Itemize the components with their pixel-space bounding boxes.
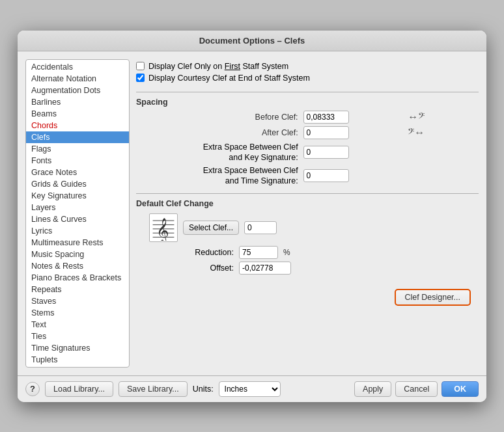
select-clef-input[interactable] xyxy=(244,221,277,234)
after-clef-input[interactable] xyxy=(303,126,349,139)
clef-change-section: Default Clef Change 𝄞 xyxy=(136,193,479,277)
select-clef-button[interactable]: Select Clef... xyxy=(183,221,239,235)
units-select[interactable]: Inches Centimeters Points EVPUs xyxy=(219,381,281,397)
sidebar: AccidentalsAlternate NotationAugmentatio… xyxy=(25,59,130,368)
sidebar-item-chords[interactable]: Chords xyxy=(26,120,129,131)
clef-change-row: 𝄞 Select Clef... xyxy=(136,213,479,242)
sidebar-item-layers[interactable]: Layers xyxy=(26,202,129,213)
extra-time-input[interactable] xyxy=(303,169,349,182)
pct-label: % xyxy=(283,248,290,257)
sidebar-item-grids-guides[interactable]: Grids & Guides xyxy=(26,178,129,190)
dialog-title: Document Options – Clefs xyxy=(199,36,305,46)
sidebar-item-notes-rests[interactable]: Notes & Rests xyxy=(26,260,129,272)
sidebar-item-key-signatures[interactable]: Key Signatures xyxy=(26,190,129,202)
sidebar-item-text[interactable]: Text xyxy=(26,319,129,331)
sidebar-item-music-spacing[interactable]: Music Spacing xyxy=(26,249,129,260)
display-courtesy-checkbox[interactable] xyxy=(136,74,145,82)
sidebar-item-lines-curves[interactable]: Lines & Curves xyxy=(26,213,129,225)
sidebar-item-multimeasure-rests[interactable]: Multimeasure Rests xyxy=(26,237,129,249)
units-label: Units: xyxy=(193,385,214,394)
sidebar-item-ties[interactable]: Ties xyxy=(26,331,129,342)
checkbox-row-first: Display Clef Only on First Staff System xyxy=(136,62,479,71)
svg-text:𝄞: 𝄞 xyxy=(156,217,169,240)
sidebar-item-alternate-notation[interactable]: Alternate Notation xyxy=(26,73,129,85)
main-area: AccidentalsAlternate NotationAugmentatio… xyxy=(18,51,486,375)
extra-key-label: Extra Space Between Clefand Key Signatur… xyxy=(149,142,298,163)
after-clef-icon: 𝄢↔ xyxy=(408,127,479,139)
display-first-checkbox[interactable] xyxy=(136,62,145,70)
before-clef-input[interactable] xyxy=(303,111,349,124)
ok-button[interactable]: OK xyxy=(441,381,479,397)
sidebar-item-augmentation-dots[interactable]: Augmentation Dots xyxy=(26,85,129,96)
apply-button[interactable]: Apply xyxy=(354,381,391,397)
after-clef-label: After Clef: xyxy=(149,128,298,137)
load-library-button[interactable]: Load Library... xyxy=(45,381,113,397)
footer-center: Load Library... Save Library... Units: I… xyxy=(45,381,349,397)
help-button[interactable]: ? xyxy=(25,382,40,396)
before-clef-label: Before Clef: xyxy=(149,113,298,122)
offset-row: Offset: xyxy=(136,262,479,275)
sidebar-item-piano-braces-brackets[interactable]: Piano Braces & Brackets xyxy=(26,272,129,284)
reduction-input[interactable] xyxy=(239,246,278,259)
clef-change-title: Default Clef Change xyxy=(136,199,479,208)
spacing-form: Before Clef: ↔𝄢 After Clef: 𝄢↔ Extra Spa… xyxy=(136,111,479,187)
checkboxes-section: Display Clef Only on First Staff System … xyxy=(136,59,479,85)
sidebar-item-staves[interactable]: Staves xyxy=(26,295,129,307)
clef-designer-button[interactable]: Clef Designer... xyxy=(395,289,471,306)
footer-left: ? xyxy=(25,382,40,396)
extra-time-label: Extra Space Between Clefand Time Signatu… xyxy=(149,165,298,187)
before-clef-icon: ↔𝄢 xyxy=(408,111,479,123)
offset-input[interactable] xyxy=(239,262,291,275)
extra-key-input[interactable] xyxy=(303,146,349,159)
clef-image: 𝄞 xyxy=(149,213,178,242)
right-panel: Display Clef Only on First Staff System … xyxy=(136,59,479,368)
cancel-button[interactable]: Cancel xyxy=(395,381,438,397)
sidebar-item-stems[interactable]: Stems xyxy=(26,307,129,319)
sidebar-item-accidentals[interactable]: Accidentals xyxy=(26,61,129,73)
offset-label: Offset: xyxy=(149,263,234,273)
footer: ? Load Library... Save Library... Units:… xyxy=(18,375,486,402)
footer-right: Apply Cancel OK xyxy=(354,381,479,397)
dialog: Document Options – Clefs AccidentalsAlte… xyxy=(18,31,486,402)
first-underline: First xyxy=(225,62,240,71)
clef-designer-bar: Clef Designer... xyxy=(136,284,479,311)
spacing-section: Spacing Before Clef: ↔𝄢 After Clef: 𝄢↔ E… xyxy=(136,92,479,187)
spacing-title: Spacing xyxy=(136,98,479,107)
display-courtesy-label: Display Courtesy Clef at End of Staff Sy… xyxy=(148,74,310,83)
dialog-body: AccidentalsAlternate NotationAugmentatio… xyxy=(18,51,486,402)
sidebar-item-time-signatures[interactable]: Time Signatures xyxy=(26,342,129,354)
sidebar-item-flags[interactable]: Flags xyxy=(26,143,129,155)
sidebar-item-tuplets[interactable]: Tuplets xyxy=(26,354,129,366)
reduction-label: Reduction: xyxy=(149,248,234,257)
save-library-button[interactable]: Save Library... xyxy=(119,381,188,397)
checkbox-row-courtesy: Display Courtesy Clef at End of Staff Sy… xyxy=(136,74,479,83)
sidebar-item-barlines[interactable]: Barlines xyxy=(26,96,129,108)
title-bar: Document Options – Clefs xyxy=(18,31,486,51)
clef-svg: 𝄞 xyxy=(150,215,176,241)
sidebar-item-clefs[interactable]: Clefs xyxy=(26,131,129,143)
sidebar-item-lyrics[interactable]: Lyrics xyxy=(26,225,129,237)
sidebar-item-grace-notes[interactable]: Grace Notes xyxy=(26,167,129,178)
sidebar-item-beams[interactable]: Beams xyxy=(26,108,129,120)
display-first-label: Display Clef Only on First Staff System xyxy=(148,62,288,71)
sidebar-item-repeats[interactable]: Repeats xyxy=(26,284,129,295)
sidebar-item-fonts[interactable]: Fonts xyxy=(26,155,129,167)
reduction-row: Reduction: % xyxy=(136,246,479,259)
